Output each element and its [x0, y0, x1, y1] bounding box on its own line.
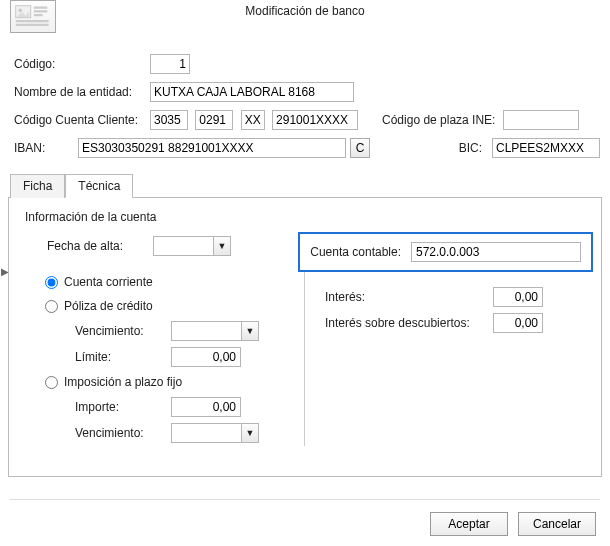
- plaza-label: Código de plaza INE:: [382, 113, 495, 127]
- radio-cuenta-corriente[interactable]: [45, 276, 58, 289]
- aceptar-button[interactable]: Aceptar: [430, 512, 508, 536]
- svg-rect-6: [16, 23, 49, 25]
- ccc-banco-input[interactable]: [150, 110, 188, 130]
- plazo-vencimiento-label: Vencimiento:: [75, 426, 171, 440]
- tab-tecnica[interactable]: Técnica: [65, 174, 133, 198]
- codigo-label: Código:: [14, 57, 150, 71]
- iban-calc-button[interactable]: C: [350, 138, 370, 158]
- tab-ficha[interactable]: Ficha: [10, 174, 65, 198]
- ccc-cuenta-input[interactable]: [272, 110, 358, 130]
- tab-body-tecnica: Información de la cuenta Fecha de alta: …: [8, 197, 602, 477]
- bic-label: BIC:: [459, 141, 482, 155]
- footer-divider: [10, 499, 600, 500]
- poliza-limite-input[interactable]: [171, 347, 241, 367]
- poliza-vencimiento-input[interactable]: [171, 321, 241, 341]
- svg-rect-5: [16, 20, 49, 22]
- iban-input[interactable]: [78, 138, 346, 158]
- poliza-vencimiento-label: Vencimiento:: [75, 324, 171, 338]
- chevron-down-icon[interactable]: ▼: [213, 236, 231, 256]
- interes-descubiertos-input[interactable]: [493, 313, 543, 333]
- chevron-down-icon[interactable]: ▼: [241, 423, 259, 443]
- codigo-input[interactable]: [150, 54, 190, 74]
- radio-plazo-fijo[interactable]: [45, 376, 58, 389]
- nombre-entidad-input[interactable]: [150, 82, 354, 102]
- cuenta-contable-highlight: Cuenta contable:: [298, 232, 593, 272]
- fecha-alta-label: Fecha de alta:: [47, 239, 153, 253]
- plazo-importe-input[interactable]: [171, 397, 241, 417]
- chevron-down-icon[interactable]: ▼: [241, 321, 259, 341]
- fecha-alta-datepicker[interactable]: ▼: [153, 236, 231, 256]
- iban-label: IBAN:: [14, 141, 78, 155]
- plaza-ine-input[interactable]: [503, 110, 579, 130]
- plazo-importe-label: Importe:: [75, 400, 171, 414]
- nombre-label: Nombre de la entidad:: [14, 85, 150, 99]
- fecha-alta-input[interactable]: [153, 236, 213, 256]
- poliza-limite-label: Límite:: [75, 350, 171, 364]
- cuenta-contable-input[interactable]: [411, 242, 581, 262]
- header-form: Código: Nombre de la entidad: Código Cue…: [0, 35, 610, 159]
- plazo-vencimiento-input[interactable]: [171, 423, 241, 443]
- section-title: Información de la cuenta: [25, 210, 589, 224]
- ccc-group: [150, 110, 362, 130]
- cuenta-contable-label: Cuenta contable:: [310, 245, 401, 259]
- radio-poliza-credito[interactable]: [45, 300, 58, 313]
- ccc-label: Código Cuenta Cliente:: [14, 113, 150, 127]
- interes-label: Interés:: [325, 290, 493, 304]
- interes-descubiertos-label: Interés sobre descubiertos:: [325, 316, 493, 330]
- ccc-dc-input[interactable]: [241, 110, 265, 130]
- cancelar-button[interactable]: Cancelar: [518, 512, 596, 536]
- radio-cuenta-corriente-label: Cuenta corriente: [64, 275, 153, 289]
- poliza-vencimiento-datepicker[interactable]: ▼: [171, 321, 259, 341]
- interes-input[interactable]: [493, 287, 543, 307]
- plazo-vencimiento-datepicker[interactable]: ▼: [171, 423, 259, 443]
- radio-poliza-credito-label: Póliza de crédito: [64, 299, 153, 313]
- bic-input[interactable]: [492, 138, 600, 158]
- ccc-oficina-input[interactable]: [195, 110, 233, 130]
- dialog-title: Modificación de banco: [0, 4, 610, 18]
- radio-plazo-fijo-label: Imposición a plazo fijo: [64, 375, 182, 389]
